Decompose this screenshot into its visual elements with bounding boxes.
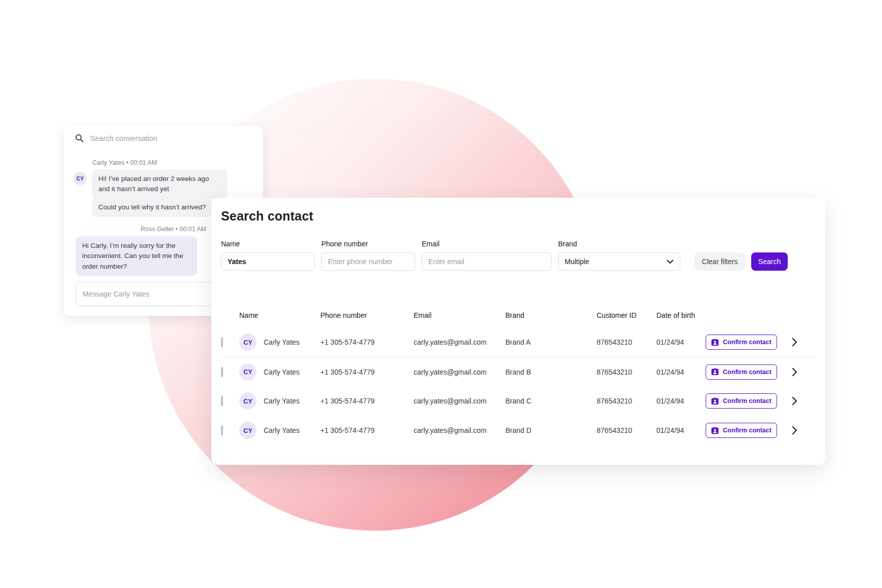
cell-phone: +1 305-574-4779 (320, 368, 414, 376)
contact-avatar: CY (239, 422, 256, 439)
phone-filter-placeholder: Enter phone number (328, 258, 393, 266)
row-expand-chevron[interactable] (784, 368, 804, 377)
conversation-search-placeholder: Search conversation (90, 134, 157, 142)
table-body: CY Carly Yates +1 305-574-4779 carly.yat… (221, 327, 817, 445)
cell-email: carly.yates@gmail.com (414, 397, 505, 405)
contact-avatar: CY (239, 334, 256, 351)
contact-badge-icon (711, 397, 719, 405)
search-icon (75, 134, 84, 142)
customer-message-bubble: Could you tell why it hasn’t arrived? (92, 198, 212, 217)
confirm-contact-button[interactable]: Confirm contact (706, 423, 777, 438)
clear-filters-button[interactable]: Clear filters (694, 252, 745, 271)
table-row: CY Carly Yates +1 305-574-4779 carly.yat… (221, 386, 817, 416)
table-row: CY Carly Yates +1 305-574-4779 carly.yat… (221, 327, 817, 357)
page: Search conversation Carly Yates • 00:01 … (0, 0, 882, 588)
row-checkbox[interactable] (221, 337, 223, 347)
conversation-search-input[interactable]: Search conversation (75, 134, 247, 142)
contact-badge-icon (711, 427, 719, 434)
cell-brand: Brand C (505, 397, 597, 405)
table-header-phone: Phone number (320, 311, 414, 319)
customer-avatar: CY (74, 172, 87, 185)
row-expand-chevron[interactable] (784, 426, 804, 435)
name-filter-input[interactable]: Yates (221, 252, 315, 271)
search-contact-panel: Search contact Name Yates Phone number E… (211, 198, 825, 465)
confirm-contact-label: Confirm contact (723, 397, 771, 405)
table-header-brand: Brand (505, 311, 597, 319)
name-filter-value: Yates (228, 258, 246, 266)
contact-badge-icon (711, 339, 719, 346)
cell-customer-id: 876543210 (597, 368, 656, 376)
confirm-contact-button[interactable]: Confirm contact (706, 335, 777, 350)
phone-filter-input[interactable]: Enter phone number (321, 252, 415, 271)
table-header-email: Email (414, 311, 505, 319)
brand-filter-select[interactable]: Multiple (558, 252, 680, 271)
cell-dob: 01/24/94 (656, 338, 706, 346)
cell-dob: 01/24/94 (656, 426, 706, 434)
agent-message-bubble: Hi Carly, I’m really sorry for the incon… (76, 236, 197, 276)
cell-email: carly.yates@gmail.com (414, 368, 505, 376)
row-expand-chevron[interactable] (784, 338, 804, 347)
cell-name: Carly Yates (264, 338, 320, 346)
filter-bar: Name Yates Phone number Enter phone numb… (221, 240, 788, 271)
table-header-customer-id: Customer ID (597, 311, 656, 319)
brand-filter-label: Brand (558, 240, 680, 248)
email-filter-label: Email (422, 240, 552, 248)
cell-dob: 01/24/94 (656, 397, 706, 405)
cell-name: Carly Yates (264, 397, 320, 405)
page-title: Search contact (221, 209, 313, 224)
brand-filter-value: Multiple (565, 258, 589, 266)
confirm-contact-label: Confirm contact (723, 339, 771, 346)
agent-message-meta: Ross Geller • 00:01 AM (64, 226, 206, 233)
table-header-dob: Date of birth (656, 311, 706, 319)
table-row: CY Carly Yates +1 305-574-4779 carly.yat… (221, 416, 817, 445)
row-checkbox[interactable] (221, 396, 223, 406)
message-composer-placeholder: Message Carly Yates (83, 290, 150, 298)
phone-filter-label: Phone number (321, 240, 415, 248)
confirm-contact-label: Confirm contact (723, 427, 771, 434)
email-filter-placeholder: Enter email (428, 258, 464, 266)
row-checkbox[interactable] (221, 367, 223, 377)
contact-avatar: CY (239, 363, 256, 381)
cell-customer-id: 876543210 (597, 338, 656, 346)
cell-dob: 01/24/94 (656, 368, 706, 376)
table-header-name: Name (239, 311, 320, 319)
table-header-row: Name Phone number Email Brand Customer I… (221, 311, 706, 319)
customer-message-meta: Carly Yates • 00:01 AM (92, 159, 157, 166)
table-row: CY Carly Yates +1 305-574-4779 carly.yat… (221, 357, 817, 386)
customer-message-bubble: Hi! I’ve placed an order 2 weeks ago and… (92, 169, 228, 199)
confirm-contact-button[interactable]: Confirm contact (706, 393, 777, 409)
email-filter-input[interactable]: Enter email (422, 252, 552, 271)
cell-customer-id: 876543210 (597, 426, 656, 434)
cell-phone: +1 305-574-4779 (320, 426, 414, 434)
cell-brand: Brand A (505, 338, 597, 346)
cell-name: Carly Yates (264, 368, 320, 376)
search-button[interactable]: Search (751, 252, 788, 271)
chevron-down-icon (667, 260, 674, 264)
confirm-contact-label: Confirm contact (723, 369, 771, 376)
confirm-contact-button[interactable]: Confirm contact (706, 364, 777, 380)
cell-brand: Brand B (505, 368, 597, 376)
row-checkbox[interactable] (221, 425, 223, 435)
cell-brand: Brand D (505, 426, 597, 434)
name-filter-label: Name (221, 240, 315, 248)
cell-phone: +1 305-574-4779 (320, 397, 414, 405)
contact-avatar: CY (239, 392, 256, 410)
cell-phone: +1 305-574-4779 (320, 338, 414, 346)
row-expand-chevron[interactable] (784, 396, 804, 406)
cell-customer-id: 876543210 (597, 397, 656, 405)
cell-email: carly.yates@gmail.com (414, 338, 505, 346)
contact-badge-icon (711, 368, 719, 376)
cell-email: carly.yates@gmail.com (414, 426, 505, 434)
cell-name: Carly Yates (264, 426, 320, 434)
